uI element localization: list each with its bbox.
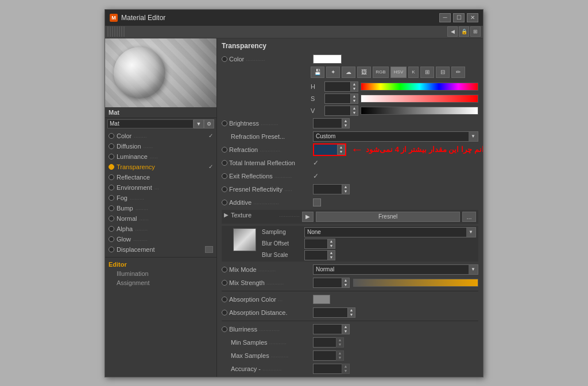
max-samples-up[interactable]: ▲ [336,351,343,356]
channel-bump-radio[interactable] [109,205,114,211]
blurriness-down[interactable]: ▼ [342,329,349,334]
absorption-distance-spinbox[interactable]: 100 cm ▲ ▼ [313,307,355,318]
k-icon-btn[interactable]: K [408,67,419,78]
channel-diffusion[interactable]: Diffusion ...... [105,141,216,151]
brightness-down[interactable]: ▼ [342,123,349,128]
s-input[interactable]: 0 % [324,93,350,104]
mix-strength-spinbox[interactable]: 100 % ▲ ▼ [313,278,350,288]
mat-name-input[interactable] [107,119,194,128]
brightness-radio[interactable] [222,120,227,126]
channel-environment-radio[interactable] [109,185,114,190]
minus-grid-icon-btn[interactable]: ⊟ [436,67,450,78]
h-up-arrow[interactable]: ▲ [351,82,358,87]
accuracy-input[interactable]: 50 % [313,364,342,374]
channel-displacement[interactable]: Displacement [105,244,216,255]
grid-icon-btn[interactable]: ⊞ [420,67,434,78]
channel-reflectance[interactable]: Reflectance [105,172,216,182]
mix-mode-arrow[interactable]: ▼ [469,265,478,274]
mix-strength-radio[interactable] [222,280,227,286]
accuracy-arrows[interactable]: ▲ ▼ [342,364,350,374]
sampling-dropdown[interactable]: None ▼ [304,227,476,237]
channel-color[interactable]: Color ........ ✓ [105,131,216,141]
blur-offset-up[interactable]: ▲ [328,239,335,244]
absorption-distance-up[interactable]: ▲ [348,308,355,313]
refraction-preset-arrow[interactable]: ▼ [469,132,478,141]
toolbar-lock-icon[interactable]: 🔒 [459,26,469,37]
channel-glow[interactable]: Glow ......... [105,234,216,244]
fresnel-reflectivity-input[interactable]: 100 % [313,184,342,194]
channel-normal-radio[interactable] [109,216,114,221]
blur-offset-spinbox[interactable]: 0 % ▲ ▼ [304,239,335,249]
channel-normal[interactable]: Normal ...... [105,213,216,224]
absorption-color-swatch[interactable] [313,295,330,304]
toolbar-expand-icon[interactable]: ⊞ [470,26,481,37]
channel-transparency-radio[interactable] [109,164,114,170]
blur-offset-down[interactable]: ▼ [328,244,335,248]
blur-scale-down[interactable]: ▼ [328,255,335,260]
rgb-icon-btn[interactable]: RGB [373,67,389,78]
fresnel-down[interactable]: ▼ [342,189,349,194]
close-button[interactable]: ✕ [467,13,478,22]
v-spin-arrows[interactable]: ▲ ▼ [350,106,358,116]
channel-diffusion-radio[interactable] [109,143,114,149]
total-internal-radio[interactable] [222,160,227,166]
sampling-arrow[interactable]: ▼ [466,228,475,237]
additive-radio[interactable] [222,200,227,205]
brightness-spinbox[interactable]: 100 % ▲ ▼ [313,118,350,128]
s-spin-arrows[interactable]: ▲ ▼ [350,93,358,104]
min-samples-arrows[interactable]: ▲ ▼ [336,337,344,348]
color-radio[interactable] [222,56,227,62]
fresnel-reflectivity-arrows[interactable]: ▲ ▼ [342,184,350,194]
editor-section[interactable]: Editor [105,260,216,269]
fresnel-reflectivity-spinbox[interactable]: 100 % ▲ ▼ [313,184,350,194]
total-internal-check[interactable]: ✓ [313,159,319,167]
refraction-preset-dropdown[interactable]: Custom ▼ [313,131,478,142]
hsv-icon-btn[interactable]: HSV [390,67,407,78]
mix-strength-arrows[interactable]: ▲ ▼ [342,278,350,288]
channel-fog-radio[interactable] [109,195,114,201]
val-slider[interactable] [361,107,478,115]
refraction-spin-arrows[interactable]: ▲ ▼ [337,145,345,155]
absorption-distance-down[interactable]: ▼ [348,313,355,317]
blur-scale-spinbox[interactable]: 0 % ▲ ▼ [304,250,335,260]
fresnel-up[interactable]: ▲ [342,185,349,189]
mix-mode-dropdown[interactable]: Normal ▼ [313,264,478,275]
blur-offset-input[interactable]: 0 % [304,239,327,249]
h-spin-arrows[interactable]: ▲ ▼ [350,81,358,92]
blurriness-input[interactable]: 0 % [313,324,342,334]
s-spinbox[interactable]: 0 % ▲ ▼ [324,93,358,104]
absorption-color-radio[interactable] [222,297,227,302]
accuracy-down[interactable]: ▼ [342,369,349,373]
accuracy-spinbox[interactable]: 50 % ▲ ▼ [313,364,350,374]
min-samples-spinbox[interactable]: 5 ▲ ▼ [313,337,344,348]
brightness-up[interactable]: ▲ [342,119,349,123]
min-samples-input[interactable]: 5 [313,337,336,348]
channel-glow-radio[interactable] [109,236,114,242]
exit-reflections-check[interactable]: ✓ [313,172,319,180]
max-samples-down[interactable]: ▼ [336,356,343,360]
channel-fog[interactable]: Fog ......... [105,193,216,203]
cloud-icon-btn[interactable]: ☁ [342,67,355,78]
max-samples-spinbox[interactable]: 128 ▲ ▼ [313,350,344,361]
blur-scale-input[interactable]: 0 % [304,250,327,260]
save-icon-btn[interactable]: 💾 [311,67,324,78]
channel-alpha-radio[interactable] [109,226,114,232]
blur-offset-arrows[interactable]: ▲ ▼ [327,239,335,249]
mix-strength-input[interactable]: 100 % [313,278,342,288]
maximize-button[interactable]: ☐ [453,13,465,22]
h-input[interactable]: 0 ° [324,81,350,92]
channel-environment[interactable]: Environment ... [105,182,216,193]
max-samples-arrows[interactable]: ▲ ▼ [336,350,344,361]
mat-settings-button[interactable]: ⚙ [204,119,214,128]
min-samples-up[interactable]: ▲ [336,338,343,342]
image-icon-btn[interactable]: 🖼 [357,67,371,78]
fresnel-reflectivity-radio[interactable] [222,186,227,192]
hue-slider[interactable] [361,83,478,91]
texture-play-button[interactable]: ▶ [302,212,314,222]
mix-mode-radio[interactable] [222,267,227,272]
v-input[interactable]: 100 % [324,106,350,116]
channel-luminance[interactable]: Luminance ..... [105,151,216,162]
blurriness-radio[interactable] [222,326,227,332]
channel-luminance-radio[interactable] [109,154,114,159]
refraction-up[interactable]: ▲ [338,145,345,150]
